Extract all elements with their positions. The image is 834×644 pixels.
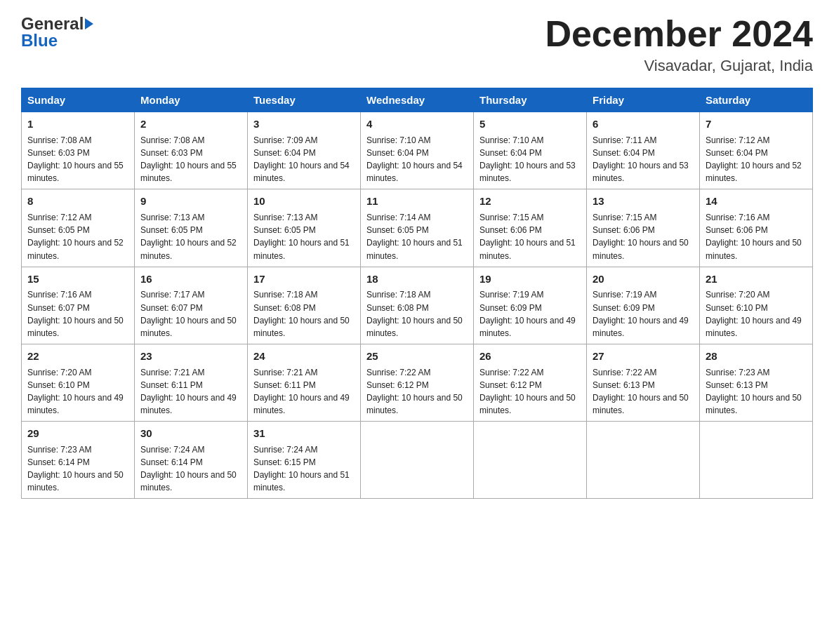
calendar-body: 1 Sunrise: 7:08 AMSunset: 6:03 PMDayligh… [22, 112, 813, 499]
day-number: 25 [366, 349, 468, 364]
calendar-cell: 8 Sunrise: 7:12 AMSunset: 6:05 PMDayligh… [22, 189, 135, 267]
day-info: Sunrise: 7:13 AMSunset: 6:05 PMDaylight:… [140, 213, 237, 260]
calendar-cell: 16 Sunrise: 7:17 AMSunset: 6:07 PMDaylig… [135, 267, 248, 344]
calendar-cell: 17 Sunrise: 7:18 AMSunset: 6:08 PMDaylig… [248, 267, 361, 344]
calendar-cell: 22 Sunrise: 7:20 AMSunset: 6:10 PMDaylig… [22, 344, 135, 421]
day-info: Sunrise: 7:24 AMSunset: 6:15 PMDaylight:… [253, 445, 350, 492]
day-info: Sunrise: 7:11 AMSunset: 6:04 PMDaylight:… [593, 135, 689, 183]
day-info: Sunrise: 7:12 AMSunset: 6:04 PMDaylight:… [706, 135, 802, 183]
logo-blue-text: Blue [21, 31, 58, 51]
day-info: Sunrise: 7:19 AMSunset: 6:09 PMDaylight:… [593, 290, 689, 337]
header-cell-friday: Friday [587, 88, 700, 112]
calendar-cell: 20 Sunrise: 7:19 AMSunset: 6:09 PMDaylig… [587, 267, 700, 344]
day-number: 3 [253, 116, 355, 132]
day-info: Sunrise: 7:15 AMSunset: 6:06 PMDaylight:… [479, 213, 576, 260]
calendar-cell: 3 Sunrise: 7:09 AMSunset: 6:04 PMDayligh… [248, 112, 361, 189]
calendar-cell: 4 Sunrise: 7:10 AMSunset: 6:04 PMDayligh… [361, 112, 474, 189]
calendar-cell: 7 Sunrise: 7:12 AMSunset: 6:04 PMDayligh… [700, 112, 813, 189]
calendar-cell: 25 Sunrise: 7:22 AMSunset: 6:12 PMDaylig… [361, 344, 474, 421]
calendar-week-3: 15 Sunrise: 7:16 AMSunset: 6:07 PMDaylig… [22, 267, 813, 344]
day-info: Sunrise: 7:16 AMSunset: 6:07 PMDaylight:… [27, 290, 124, 337]
day-info: Sunrise: 7:23 AMSunset: 6:14 PMDaylight:… [27, 445, 124, 492]
calendar-cell: 11 Sunrise: 7:14 AMSunset: 6:05 PMDaylig… [361, 189, 474, 267]
day-info: Sunrise: 7:21 AMSunset: 6:11 PMDaylight:… [253, 368, 350, 415]
page-header: General Blue December 2024 Visavadar, Gu… [21, 14, 813, 75]
day-number: 6 [593, 116, 694, 132]
day-number: 23 [140, 349, 241, 364]
day-info: Sunrise: 7:20 AMSunset: 6:10 PMDaylight:… [706, 290, 802, 337]
day-number: 27 [593, 349, 694, 364]
calendar-cell [587, 422, 700, 499]
logo-arrow-icon [85, 18, 93, 29]
calendar-week-2: 8 Sunrise: 7:12 AMSunset: 6:05 PMDayligh… [22, 189, 813, 267]
location-title: Visavadar, Gujarat, India [545, 57, 813, 75]
day-number: 4 [366, 116, 468, 132]
calendar-cell: 2 Sunrise: 7:08 AMSunset: 6:03 PMDayligh… [135, 112, 248, 189]
day-number: 2 [140, 116, 241, 132]
header-cell-sunday: Sunday [22, 88, 135, 112]
day-number: 24 [253, 349, 355, 364]
day-info: Sunrise: 7:10 AMSunset: 6:04 PMDaylight:… [366, 135, 463, 183]
calendar-cell: 28 Sunrise: 7:23 AMSunset: 6:13 PMDaylig… [700, 344, 813, 421]
day-number: 22 [27, 349, 128, 364]
day-number: 26 [479, 349, 581, 364]
calendar-cell: 1 Sunrise: 7:08 AMSunset: 6:03 PMDayligh… [22, 112, 135, 189]
day-number: 12 [479, 194, 581, 209]
calendar-cell: 10 Sunrise: 7:13 AMSunset: 6:05 PMDaylig… [248, 189, 361, 267]
calendar-cell: 21 Sunrise: 7:20 AMSunset: 6:10 PMDaylig… [700, 267, 813, 344]
day-number: 17 [253, 271, 355, 287]
calendar-cell: 26 Sunrise: 7:22 AMSunset: 6:12 PMDaylig… [474, 344, 587, 421]
header-cell-monday: Monday [135, 88, 248, 112]
calendar-cell [474, 422, 587, 499]
calendar-week-4: 22 Sunrise: 7:20 AMSunset: 6:10 PMDaylig… [22, 344, 813, 421]
day-number: 30 [140, 426, 241, 441]
month-title: December 2024 [545, 14, 813, 54]
day-number: 5 [479, 116, 581, 132]
calendar-cell: 9 Sunrise: 7:13 AMSunset: 6:05 PMDayligh… [135, 189, 248, 267]
day-number: 14 [706, 194, 807, 209]
day-number: 20 [593, 271, 694, 287]
day-number: 11 [366, 194, 468, 209]
day-number: 28 [706, 349, 807, 364]
day-number: 29 [27, 426, 128, 441]
day-number: 15 [27, 271, 128, 287]
calendar-table: SundayMondayTuesdayWednesdayThursdayFrid… [21, 88, 813, 499]
day-number: 13 [593, 194, 694, 209]
calendar-cell: 6 Sunrise: 7:11 AMSunset: 6:04 PMDayligh… [587, 112, 700, 189]
calendar-header: SundayMondayTuesdayWednesdayThursdayFrid… [22, 88, 813, 112]
header-cell-saturday: Saturday [700, 88, 813, 112]
calendar-cell: 24 Sunrise: 7:21 AMSunset: 6:11 PMDaylig… [248, 344, 361, 421]
calendar-cell: 18 Sunrise: 7:18 AMSunset: 6:08 PMDaylig… [361, 267, 474, 344]
day-info: Sunrise: 7:10 AMSunset: 6:04 PMDaylight:… [479, 135, 576, 183]
day-number: 18 [366, 271, 468, 287]
day-number: 8 [27, 194, 128, 209]
day-number: 19 [479, 271, 581, 287]
day-info: Sunrise: 7:16 AMSunset: 6:06 PMDaylight:… [706, 213, 802, 260]
calendar-cell: 29 Sunrise: 7:23 AMSunset: 6:14 PMDaylig… [22, 422, 135, 499]
day-info: Sunrise: 7:09 AMSunset: 6:04 PMDaylight:… [253, 135, 350, 183]
calendar-cell: 12 Sunrise: 7:15 AMSunset: 6:06 PMDaylig… [474, 189, 587, 267]
day-info: Sunrise: 7:22 AMSunset: 6:13 PMDaylight:… [593, 368, 689, 415]
calendar-cell: 14 Sunrise: 7:16 AMSunset: 6:06 PMDaylig… [700, 189, 813, 267]
day-number: 7 [706, 116, 807, 132]
day-info: Sunrise: 7:23 AMSunset: 6:13 PMDaylight:… [706, 368, 802, 415]
title-block: December 2024 Visavadar, Gujarat, India [545, 14, 813, 75]
day-info: Sunrise: 7:19 AMSunset: 6:09 PMDaylight:… [479, 290, 576, 337]
day-number: 10 [253, 194, 355, 209]
day-info: Sunrise: 7:20 AMSunset: 6:10 PMDaylight:… [27, 368, 124, 415]
day-info: Sunrise: 7:08 AMSunset: 6:03 PMDaylight:… [27, 135, 124, 183]
calendar-cell [700, 422, 813, 499]
calendar-week-1: 1 Sunrise: 7:08 AMSunset: 6:03 PMDayligh… [22, 112, 813, 189]
day-info: Sunrise: 7:24 AMSunset: 6:14 PMDaylight:… [140, 445, 237, 492]
calendar-cell: 31 Sunrise: 7:24 AMSunset: 6:15 PMDaylig… [248, 422, 361, 499]
calendar-cell: 27 Sunrise: 7:22 AMSunset: 6:13 PMDaylig… [587, 344, 700, 421]
header-cell-tuesday: Tuesday [248, 88, 361, 112]
day-info: Sunrise: 7:18 AMSunset: 6:08 PMDaylight:… [366, 290, 463, 337]
calendar-cell: 23 Sunrise: 7:21 AMSunset: 6:11 PMDaylig… [135, 344, 248, 421]
calendar-cell: 5 Sunrise: 7:10 AMSunset: 6:04 PMDayligh… [474, 112, 587, 189]
day-info: Sunrise: 7:17 AMSunset: 6:07 PMDaylight:… [140, 290, 237, 337]
day-info: Sunrise: 7:13 AMSunset: 6:05 PMDaylight:… [253, 213, 350, 260]
logo: General Blue [21, 14, 95, 51]
day-number: 1 [27, 116, 128, 132]
day-info: Sunrise: 7:22 AMSunset: 6:12 PMDaylight:… [479, 368, 576, 415]
